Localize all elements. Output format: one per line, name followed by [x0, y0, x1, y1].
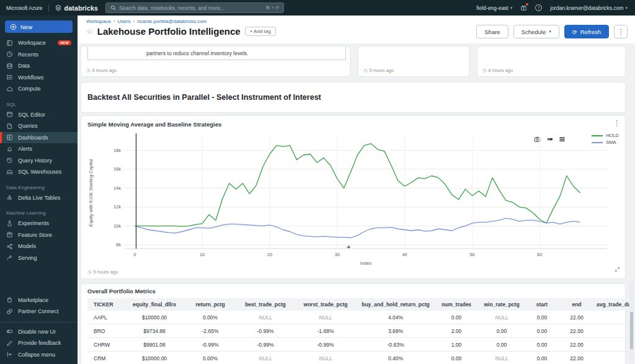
user-menu[interactable]: jordan.kramer@databricks.com▾	[550, 5, 628, 11]
sidebar-item-marketplace[interactable]: Marketplace	[0, 295, 78, 306]
sidebar-item-partner-connect[interactable]: Partner Connect	[0, 306, 78, 317]
clock-icon: ◷	[363, 68, 368, 73]
column-header-worst-trade-pctg[interactable]: worst_trade_pctg	[295, 298, 357, 311]
y-tick-label: 18k	[113, 148, 121, 153]
sidebar-item-workflows[interactable]: Workflows	[0, 72, 78, 84]
column-header-best-trade-pctg[interactable]: best_trade_pctg	[236, 298, 295, 311]
global-search-input[interactable]: Search data, notebooks, recents, and mor…	[105, 2, 284, 13]
partner-icon	[6, 308, 14, 315]
sidebar-item-query-history[interactable]: Query History	[0, 155, 78, 167]
breadcrumb-workspace[interactable]: Workspace	[86, 19, 111, 24]
section-heading-card: Backtest All Securities in Parallel - Se…	[81, 82, 625, 112]
column-header-equity-final-dllrs[interactable]: equity_final_dllrs	[125, 298, 184, 311]
feature-store-icon	[6, 231, 14, 238]
sidebar-item-delta-live-tables[interactable]: Delta Live Tables	[0, 192, 78, 204]
sidebar-item-feature-store[interactable]: Feature Store	[0, 229, 78, 241]
sidebar-section-title: Data Engineering	[6, 185, 71, 190]
add-tag-button[interactable]: + Add tag	[245, 27, 276, 36]
column-header-win-rate-pctg[interactable]: win_rate_pctg	[478, 298, 525, 311]
sidebar-item-serving[interactable]: Serving	[0, 252, 78, 264]
column-header-num-trades[interactable]: num_trades	[435, 298, 478, 311]
sidebar-item-recents[interactable]: Recents	[0, 49, 78, 61]
scrollbar-thumb[interactable]	[630, 312, 633, 349]
sidebar-item-collapse-menu[interactable]: Collapse menu	[0, 349, 78, 361]
table-header-row: TICKERequity_final_dllrsreturn_pctgbest_…	[87, 298, 631, 311]
ticker-cell: BRO	[87, 324, 125, 338]
table-row[interactable]: CHRW$9901.08-0.99%-0.99%-0.99%-0.63%1.00…	[87, 338, 631, 352]
y-axis-label: Equity with $10K Starting Capital	[88, 159, 94, 227]
metric-cell: -0.99%	[236, 338, 295, 352]
x-tick-label: 30	[335, 252, 340, 257]
metric-cell: NULL	[478, 352, 525, 364]
search-placeholder: Search data, notebooks, recents, and mor…	[119, 5, 224, 11]
sidebar: New WorkspaceNEWRecentsDataWorkflowsComp…	[0, 16, 78, 364]
metric-cell: 22.00	[559, 311, 595, 324]
new-button[interactable]: New	[5, 20, 73, 33]
x-tick-label: 20	[267, 252, 272, 257]
column-header-buy-and-hold-return-pctg[interactable]: buy_and_hold_return_pctg	[357, 298, 435, 311]
breadcrumb-user-folder[interactable]: ricardo.portilla@databricks.com	[137, 19, 206, 24]
share-button[interactable]: Share	[476, 25, 508, 38]
y-tick-label: 12k	[113, 204, 121, 210]
main-area: Workspace› Users› ricardo.portilla@datab…	[78, 16, 635, 364]
header-kebab-menu[interactable]: ⋮	[614, 25, 628, 38]
sidebar-item-models[interactable]: Models	[0, 241, 78, 252]
metric-cell: -0.99%	[184, 338, 236, 352]
sidebar-item-workspace[interactable]: WorkspaceNEW	[0, 37, 78, 49]
sidebar-item-alerts[interactable]: Alerts	[0, 143, 78, 155]
sidebar-section-title: Machine Learning	[6, 210, 71, 216]
refresh-icon: ⟳	[572, 29, 577, 35]
metric-cell: NULL	[236, 311, 295, 324]
column-header-ticker[interactable]: TICKER	[87, 298, 125, 311]
column-header-end[interactable]: end	[559, 298, 595, 311]
sidebar-item-experiments[interactable]: Experiments	[0, 218, 78, 229]
refresh-button[interactable]: ⟳Refresh	[564, 25, 609, 38]
plus-circle-icon	[10, 24, 17, 30]
metric-cell: NULL	[236, 352, 295, 364]
sidebar-divider	[0, 322, 78, 322]
metric-cell	[595, 324, 631, 338]
line-chart[interactable]: 8k10k12k14k16k18k0102030405060+IndexEqui…	[85, 132, 626, 266]
breadcrumb-users[interactable]: Users	[118, 19, 131, 24]
databricks-logo[interactable]: databricks	[55, 4, 99, 12]
page-header: Workspace› Users› ricardo.portilla@datab…	[78, 16, 635, 43]
sidebar-item-dashboards[interactable]: Dashboards	[0, 132, 78, 144]
sidebar-item-sql-editor[interactable]: SQL Editor	[0, 109, 78, 121]
chart-kebab-menu[interactable]: ⋮	[613, 119, 620, 127]
favorite-star-icon[interactable]: ☆	[86, 27, 93, 36]
sidebar-item-data[interactable]: Data	[0, 60, 78, 72]
sidebar-item-sql-warehouses[interactable]: SQL Warehouses	[0, 166, 78, 178]
sidebar-item-disable-new-ui[interactable]: Disable new UI	[0, 326, 78, 338]
topbar-divider	[48, 4, 49, 12]
metric-cell: NULL	[295, 352, 357, 364]
workspace-switcher[interactable]: field-eng-east▾	[476, 5, 512, 11]
metric-cell: -2.65%	[184, 324, 236, 338]
search-icon	[110, 5, 116, 11]
metric-cell: 0.00	[478, 324, 525, 338]
help-button[interactable]: ?	[535, 4, 542, 11]
breadcrumb: Workspace› Users› ricardo.portilla@datab…	[86, 19, 626, 24]
column-header-start[interactable]: start	[525, 298, 559, 311]
metric-cell: 2.00	[435, 324, 478, 338]
metrics-table-card: Overall Portfolio Metrics TICKERequity_f…	[81, 284, 625, 364]
table-row[interactable]: BRO$9734.88-2.65%-0.99%-1.68%3.69%2.000.…	[87, 324, 631, 338]
metric-cell: 0.00	[525, 352, 559, 364]
table-row[interactable]: AAPL$10000.000.00%NULLNULL4.04%0.00NULL0…	[87, 311, 631, 324]
sidebar-item-provide-feedback[interactable]: Provide feedback	[0, 337, 78, 349]
whats-new-button[interactable]	[520, 4, 527, 11]
sidebar-item-compute[interactable]: Compute	[0, 83, 78, 95]
metric-cell	[595, 338, 631, 352]
vertical-scrollbar[interactable]	[629, 282, 634, 363]
column-header-return-pctg[interactable]: return_pctg	[184, 298, 236, 311]
metric-cell: 0.40%	[357, 352, 435, 364]
metric-cell: 0.00	[525, 338, 559, 352]
expand-icon[interactable]	[615, 264, 620, 275]
column-header-avg-trade-du[interactable]: avg_trade_du	[595, 298, 631, 311]
sidebar-item-queries[interactable]: Queries	[0, 120, 78, 132]
table-row[interactable]: CRM$10000.000.00%NULLNULL0.40%0.00NULL0.…	[87, 352, 631, 364]
chart-card: Simple Moving Average and Baseline Strat…	[81, 116, 625, 278]
schedule-button[interactable]: Schedule▾	[513, 25, 559, 38]
queries-icon	[6, 123, 14, 130]
metrics-table[interactable]: TICKERequity_final_dllrsreturn_pctgbest_…	[87, 298, 631, 364]
notification-dot	[526, 3, 528, 6]
